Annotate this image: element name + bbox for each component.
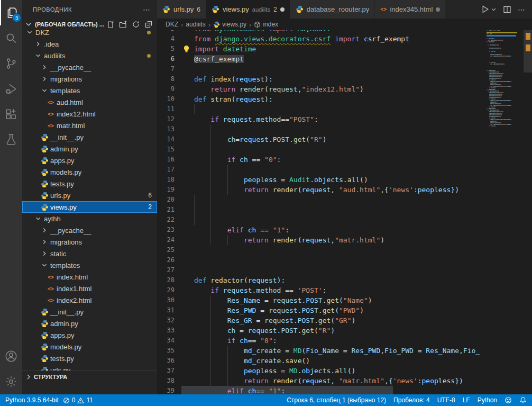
code-line[interactable]: 6@csrf_exempt xyxy=(157,54,487,64)
tab-urls-py[interactable]: urls.py 6 xyxy=(157,0,206,19)
code-line[interactable]: 37 peopless = MD.objects.all() xyxy=(157,366,487,376)
minimap[interactable] xyxy=(485,30,524,394)
tree-item-.idea[interactable]: .idea xyxy=(22,38,157,50)
tree-item-tests.py[interactable]: tests.py xyxy=(22,353,157,364)
source-control-activity-button[interactable] xyxy=(0,51,22,76)
collapse-all-icon[interactable] xyxy=(144,20,153,29)
code-line[interactable]: 11 xyxy=(157,104,487,114)
code-line[interactable]: 23 elif ch == "1": xyxy=(157,225,487,235)
tree-item-aud.html[interactable]: <>aud.html xyxy=(22,96,157,108)
breadcrumb-item[interactable]: views.py xyxy=(213,21,246,28)
code-line[interactable]: 33 ch = request.POST.get("R") xyxy=(157,326,487,336)
code-line[interactable]: 3from aythh.models import MD,Audit xyxy=(157,30,487,34)
tree-item-DKZ[interactable]: DKZ xyxy=(22,30,157,38)
explorer-activity-button[interactable]: 3 xyxy=(0,0,23,25)
code-line[interactable]: 13 xyxy=(157,124,487,134)
tree-item-index1.html[interactable]: <>index1.html xyxy=(22,283,157,294)
tree-item-index.html[interactable]: <>index.html xyxy=(22,271,157,283)
extensions-activity-button[interactable] xyxy=(0,102,22,127)
code-line[interactable]: 22 xyxy=(157,215,487,225)
dirty-dot-icon[interactable] xyxy=(436,7,440,12)
settings-button[interactable] xyxy=(0,369,22,394)
feedback-smiley-icon[interactable] xyxy=(505,396,512,404)
tab-views-py[interactable]: views.py audiiits 2 xyxy=(206,0,290,19)
workspace-section-header[interactable]: (РАБОЧАЯ ОБЛАСТЬ) ... xyxy=(22,19,157,30)
tree-item-models.py[interactable]: models.py xyxy=(22,166,157,178)
breadcrumb-item[interactable]: DKZ xyxy=(166,21,178,28)
code-line[interactable]: 21 xyxy=(157,205,487,215)
code-line[interactable]: 10def stran(request): xyxy=(157,94,487,104)
code-line[interactable]: 36 md_create.save() xyxy=(157,356,487,366)
python-interpreter-status[interactable]: Python 3.9.5 64-bit xyxy=(5,396,59,404)
code-line[interactable]: 16 if ch == "0": xyxy=(157,155,487,165)
search-activity-button[interactable] xyxy=(0,25,22,51)
run-python-file-button[interactable] xyxy=(481,5,497,14)
code-line[interactable]: 38 return render(request, "matr.html",{'… xyxy=(157,376,487,386)
tree-item-__init__.py[interactable]: __init__.py xyxy=(22,306,157,318)
cursor-position-status[interactable]: Строка 6, столбец 1 (выбрано 12) xyxy=(287,396,386,404)
code-line[interactable]: 7 xyxy=(157,64,487,74)
indentation-status[interactable]: Пробелов: 4 xyxy=(393,396,430,404)
tree-item-migrations[interactable]: migrations xyxy=(22,236,157,248)
tree-item-models.py[interactable]: models.py xyxy=(22,341,157,353)
tab-index345-html[interactable]: <> index345.html xyxy=(375,0,446,19)
tree-item-__pycache__[interactable]: __pycache__ xyxy=(22,61,157,73)
code-line[interactable]: 24 return render(request,"matr.html") xyxy=(157,235,487,245)
tab-database-roouter-py[interactable]: database_roouter.py xyxy=(290,0,375,19)
tree-item-matr.html[interactable]: <>matr.html xyxy=(22,120,157,131)
split-editor-icon[interactable] xyxy=(503,5,511,14)
code-line[interactable]: 4from django.views.decorators.csrf impor… xyxy=(157,34,487,44)
tree-item-tests.py[interactable]: tests.py xyxy=(22,178,157,190)
code-line[interactable]: 18 peopless = Audit.objects.all() xyxy=(157,175,487,185)
code-line[interactable]: 8def index(request): xyxy=(157,74,487,84)
tree-item-audiiits[interactable]: audiiits xyxy=(22,50,157,61)
encoding-status[interactable]: UTF-8 xyxy=(437,396,455,404)
eol-status[interactable]: LF xyxy=(463,396,470,404)
code-line[interactable]: 19 return render(request, "aud.html",{'n… xyxy=(157,185,487,195)
code-line[interactable]: 30 Res_Name = request.POST.get("Name") xyxy=(157,295,487,305)
tree-item-static[interactable]: static xyxy=(22,248,157,259)
breadcrumb-item[interactable]: audiiits xyxy=(186,21,205,28)
tree-item-templates[interactable]: templates xyxy=(22,85,157,96)
code-line[interactable]: 15 xyxy=(157,145,487,155)
tree-item-templates[interactable]: templates xyxy=(22,259,157,271)
code-line[interactable]: 12 if request.method=="POST": xyxy=(157,114,487,124)
tree-item-__pycache__[interactable]: __pycache__ xyxy=(22,224,157,236)
code-line[interactable]: 39 elif ch== "1": xyxy=(157,386,487,394)
code-line[interactable]: 5import datetime xyxy=(157,44,487,54)
tree-item-aythh[interactable]: aythh xyxy=(22,213,157,224)
tree-item-index12.html[interactable]: <>index12.html xyxy=(22,108,157,120)
code-line[interactable]: 32 Res_GR = request.POST.get("GR") xyxy=(157,315,487,326)
tree-item-__init__.py[interactable]: __init__.py xyxy=(22,131,157,143)
breadcrumb-item[interactable]: index xyxy=(254,21,278,28)
refresh-icon[interactable] xyxy=(132,20,140,29)
sidebar-more-actions-icon[interactable]: ⋯ xyxy=(143,5,151,14)
tree-item-index2.html[interactable]: <>index2.html xyxy=(22,294,157,306)
code-line[interactable]: 28def redactor(request): xyxy=(157,275,487,285)
tree-item-admin.py[interactable]: admin.py xyxy=(22,143,157,155)
code-line[interactable]: 34 if ch== "0": xyxy=(157,336,487,346)
new-folder-icon[interactable] xyxy=(119,20,127,29)
dirty-dot-icon[interactable] xyxy=(280,7,285,12)
testing-activity-button[interactable] xyxy=(0,127,22,152)
tree-item-admin.py[interactable]: admin.py xyxy=(22,318,157,329)
tree-item-apps.py[interactable]: apps.py xyxy=(22,329,157,341)
tree-item-urls.py[interactable]: urls.py6 xyxy=(22,190,157,201)
code-line[interactable]: 9 return render(request,"index12.html") xyxy=(157,84,487,94)
language-mode-status[interactable]: Python xyxy=(478,396,497,404)
new-file-icon[interactable] xyxy=(106,20,115,29)
code-line[interactable]: 17 xyxy=(157,165,487,175)
code-line[interactable]: 29 if request.method == 'POST': xyxy=(157,285,487,295)
run-debug-activity-button[interactable] xyxy=(0,76,22,102)
account-button[interactable] xyxy=(0,344,22,369)
lightbulb-icon[interactable] xyxy=(182,45,190,53)
notifications-bell-icon[interactable] xyxy=(519,396,527,404)
code-line[interactable]: 31 Res_PWD = request.POST.get("PWD") xyxy=(157,305,487,315)
more-actions-icon[interactable]: ⋯ xyxy=(518,5,526,14)
code-line[interactable]: 27 xyxy=(157,265,487,275)
code-editor[interactable]: 3from aythh.models import MD,Audit4from … xyxy=(157,30,487,394)
tree-item-views.py[interactable]: views.py2 xyxy=(22,201,157,213)
code-line[interactable]: 35 md_create = MD(Fio_Name = Res_PWD,Fio… xyxy=(157,346,487,356)
outline-section-header[interactable]: СТРУКТУРА xyxy=(22,371,157,383)
code-line[interactable]: 20 xyxy=(157,195,487,205)
